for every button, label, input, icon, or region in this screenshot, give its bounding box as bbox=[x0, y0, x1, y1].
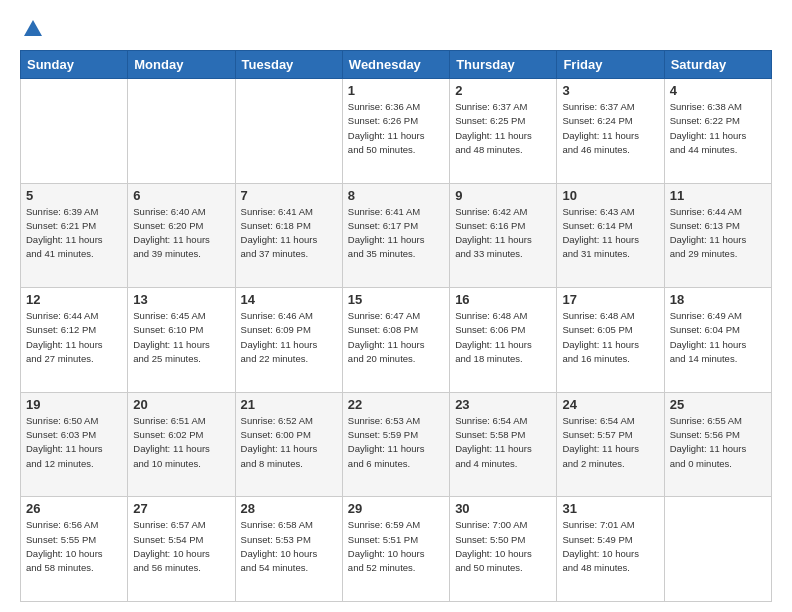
calendar-cell: 27Sunrise: 6:57 AM Sunset: 5:54 PM Dayli… bbox=[128, 497, 235, 602]
day-number: 16 bbox=[455, 292, 551, 307]
day-info: Sunrise: 6:51 AM Sunset: 6:02 PM Dayligh… bbox=[133, 414, 229, 471]
day-number: 11 bbox=[670, 188, 766, 203]
day-info: Sunrise: 6:58 AM Sunset: 5:53 PM Dayligh… bbox=[241, 518, 337, 575]
day-info: Sunrise: 6:46 AM Sunset: 6:09 PM Dayligh… bbox=[241, 309, 337, 366]
day-info: Sunrise: 6:54 AM Sunset: 5:58 PM Dayligh… bbox=[455, 414, 551, 471]
calendar-cell: 16Sunrise: 6:48 AM Sunset: 6:06 PM Dayli… bbox=[450, 288, 557, 393]
day-info: Sunrise: 6:48 AM Sunset: 6:05 PM Dayligh… bbox=[562, 309, 658, 366]
calendar-cell: 19Sunrise: 6:50 AM Sunset: 6:03 PM Dayli… bbox=[21, 392, 128, 497]
calendar-cell: 23Sunrise: 6:54 AM Sunset: 5:58 PM Dayli… bbox=[450, 392, 557, 497]
calendar-cell: 7Sunrise: 6:41 AM Sunset: 6:18 PM Daylig… bbox=[235, 183, 342, 288]
calendar-cell: 25Sunrise: 6:55 AM Sunset: 5:56 PM Dayli… bbox=[664, 392, 771, 497]
col-header-wednesday: Wednesday bbox=[342, 51, 449, 79]
day-number: 29 bbox=[348, 501, 444, 516]
day-info: Sunrise: 6:40 AM Sunset: 6:20 PM Dayligh… bbox=[133, 205, 229, 262]
calendar-cell: 28Sunrise: 6:58 AM Sunset: 5:53 PM Dayli… bbox=[235, 497, 342, 602]
week-row-3: 19Sunrise: 6:50 AM Sunset: 6:03 PM Dayli… bbox=[21, 392, 772, 497]
calendar-cell: 26Sunrise: 6:56 AM Sunset: 5:55 PM Dayli… bbox=[21, 497, 128, 602]
calendar-cell: 21Sunrise: 6:52 AM Sunset: 6:00 PM Dayli… bbox=[235, 392, 342, 497]
day-number: 21 bbox=[241, 397, 337, 412]
day-number: 4 bbox=[670, 83, 766, 98]
week-row-0: 1Sunrise: 6:36 AM Sunset: 6:26 PM Daylig… bbox=[21, 79, 772, 184]
header bbox=[20, 18, 772, 40]
day-info: Sunrise: 6:59 AM Sunset: 5:51 PM Dayligh… bbox=[348, 518, 444, 575]
calendar-cell: 18Sunrise: 6:49 AM Sunset: 6:04 PM Dayli… bbox=[664, 288, 771, 393]
col-header-tuesday: Tuesday bbox=[235, 51, 342, 79]
calendar-cell: 3Sunrise: 6:37 AM Sunset: 6:24 PM Daylig… bbox=[557, 79, 664, 184]
day-info: Sunrise: 6:42 AM Sunset: 6:16 PM Dayligh… bbox=[455, 205, 551, 262]
calendar-cell: 20Sunrise: 6:51 AM Sunset: 6:02 PM Dayli… bbox=[128, 392, 235, 497]
day-info: Sunrise: 6:36 AM Sunset: 6:26 PM Dayligh… bbox=[348, 100, 444, 157]
day-info: Sunrise: 6:39 AM Sunset: 6:21 PM Dayligh… bbox=[26, 205, 122, 262]
day-number: 17 bbox=[562, 292, 658, 307]
day-info: Sunrise: 6:57 AM Sunset: 5:54 PM Dayligh… bbox=[133, 518, 229, 575]
day-number: 30 bbox=[455, 501, 551, 516]
day-number: 14 bbox=[241, 292, 337, 307]
day-number: 1 bbox=[348, 83, 444, 98]
col-header-thursday: Thursday bbox=[450, 51, 557, 79]
day-number: 23 bbox=[455, 397, 551, 412]
day-info: Sunrise: 6:54 AM Sunset: 5:57 PM Dayligh… bbox=[562, 414, 658, 471]
calendar-cell: 29Sunrise: 6:59 AM Sunset: 5:51 PM Dayli… bbox=[342, 497, 449, 602]
calendar-header-row: SundayMondayTuesdayWednesdayThursdayFrid… bbox=[21, 51, 772, 79]
col-header-friday: Friday bbox=[557, 51, 664, 79]
day-info: Sunrise: 6:56 AM Sunset: 5:55 PM Dayligh… bbox=[26, 518, 122, 575]
day-number: 9 bbox=[455, 188, 551, 203]
calendar-cell: 4Sunrise: 6:38 AM Sunset: 6:22 PM Daylig… bbox=[664, 79, 771, 184]
day-number: 19 bbox=[26, 397, 122, 412]
week-row-1: 5Sunrise: 6:39 AM Sunset: 6:21 PM Daylig… bbox=[21, 183, 772, 288]
day-info: Sunrise: 7:00 AM Sunset: 5:50 PM Dayligh… bbox=[455, 518, 551, 575]
col-header-monday: Monday bbox=[128, 51, 235, 79]
day-info: Sunrise: 7:01 AM Sunset: 5:49 PM Dayligh… bbox=[562, 518, 658, 575]
calendar-cell: 30Sunrise: 7:00 AM Sunset: 5:50 PM Dayli… bbox=[450, 497, 557, 602]
day-info: Sunrise: 6:47 AM Sunset: 6:08 PM Dayligh… bbox=[348, 309, 444, 366]
calendar-cell: 10Sunrise: 6:43 AM Sunset: 6:14 PM Dayli… bbox=[557, 183, 664, 288]
week-row-2: 12Sunrise: 6:44 AM Sunset: 6:12 PM Dayli… bbox=[21, 288, 772, 393]
calendar-cell: 11Sunrise: 6:44 AM Sunset: 6:13 PM Dayli… bbox=[664, 183, 771, 288]
calendar-cell: 22Sunrise: 6:53 AM Sunset: 5:59 PM Dayli… bbox=[342, 392, 449, 497]
day-number: 10 bbox=[562, 188, 658, 203]
day-number: 6 bbox=[133, 188, 229, 203]
calendar-table: SundayMondayTuesdayWednesdayThursdayFrid… bbox=[20, 50, 772, 602]
logo bbox=[20, 18, 44, 40]
day-info: Sunrise: 6:44 AM Sunset: 6:13 PM Dayligh… bbox=[670, 205, 766, 262]
day-number: 22 bbox=[348, 397, 444, 412]
calendar-cell: 6Sunrise: 6:40 AM Sunset: 6:20 PM Daylig… bbox=[128, 183, 235, 288]
day-number: 7 bbox=[241, 188, 337, 203]
page: SundayMondayTuesdayWednesdayThursdayFrid… bbox=[0, 0, 792, 612]
day-info: Sunrise: 6:37 AM Sunset: 6:25 PM Dayligh… bbox=[455, 100, 551, 157]
day-info: Sunrise: 6:48 AM Sunset: 6:06 PM Dayligh… bbox=[455, 309, 551, 366]
day-number: 24 bbox=[562, 397, 658, 412]
day-info: Sunrise: 6:38 AM Sunset: 6:22 PM Dayligh… bbox=[670, 100, 766, 157]
calendar-cell: 13Sunrise: 6:45 AM Sunset: 6:10 PM Dayli… bbox=[128, 288, 235, 393]
day-info: Sunrise: 6:37 AM Sunset: 6:24 PM Dayligh… bbox=[562, 100, 658, 157]
calendar-cell: 31Sunrise: 7:01 AM Sunset: 5:49 PM Dayli… bbox=[557, 497, 664, 602]
day-number: 3 bbox=[562, 83, 658, 98]
day-number: 27 bbox=[133, 501, 229, 516]
day-info: Sunrise: 6:52 AM Sunset: 6:00 PM Dayligh… bbox=[241, 414, 337, 471]
day-info: Sunrise: 6:41 AM Sunset: 6:18 PM Dayligh… bbox=[241, 205, 337, 262]
calendar-cell bbox=[21, 79, 128, 184]
calendar-cell: 12Sunrise: 6:44 AM Sunset: 6:12 PM Dayli… bbox=[21, 288, 128, 393]
day-number: 8 bbox=[348, 188, 444, 203]
calendar-cell: 8Sunrise: 6:41 AM Sunset: 6:17 PM Daylig… bbox=[342, 183, 449, 288]
day-info: Sunrise: 6:55 AM Sunset: 5:56 PM Dayligh… bbox=[670, 414, 766, 471]
calendar-cell: 1Sunrise: 6:36 AM Sunset: 6:26 PM Daylig… bbox=[342, 79, 449, 184]
week-row-4: 26Sunrise: 6:56 AM Sunset: 5:55 PM Dayli… bbox=[21, 497, 772, 602]
day-info: Sunrise: 6:45 AM Sunset: 6:10 PM Dayligh… bbox=[133, 309, 229, 366]
day-number: 5 bbox=[26, 188, 122, 203]
calendar-cell bbox=[235, 79, 342, 184]
day-number: 15 bbox=[348, 292, 444, 307]
day-info: Sunrise: 6:50 AM Sunset: 6:03 PM Dayligh… bbox=[26, 414, 122, 471]
day-number: 26 bbox=[26, 501, 122, 516]
calendar-cell bbox=[664, 497, 771, 602]
day-number: 28 bbox=[241, 501, 337, 516]
col-header-saturday: Saturday bbox=[664, 51, 771, 79]
day-info: Sunrise: 6:41 AM Sunset: 6:17 PM Dayligh… bbox=[348, 205, 444, 262]
day-number: 18 bbox=[670, 292, 766, 307]
col-header-sunday: Sunday bbox=[21, 51, 128, 79]
svg-marker-0 bbox=[24, 20, 42, 36]
calendar-cell: 15Sunrise: 6:47 AM Sunset: 6:08 PM Dayli… bbox=[342, 288, 449, 393]
day-number: 20 bbox=[133, 397, 229, 412]
day-info: Sunrise: 6:49 AM Sunset: 6:04 PM Dayligh… bbox=[670, 309, 766, 366]
